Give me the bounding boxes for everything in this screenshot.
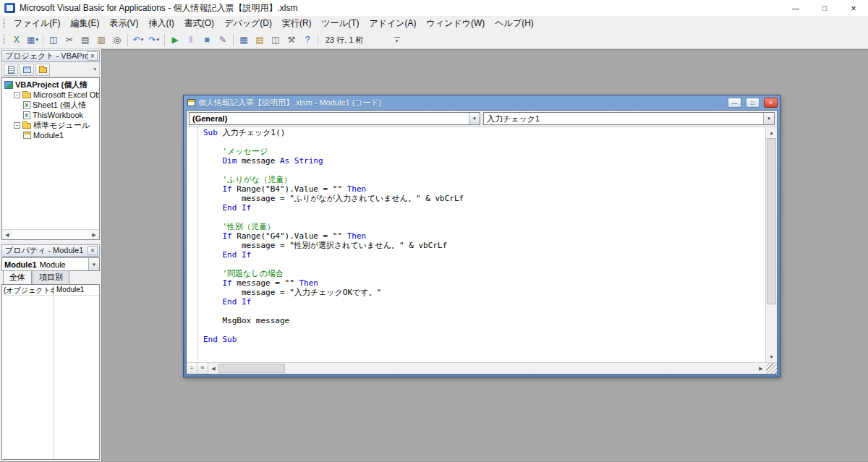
properties-window-button[interactable]: ▤ xyxy=(252,33,268,47)
object-dropdown-value: (General) xyxy=(190,114,469,123)
scroll-up-button[interactable]: ▲ xyxy=(766,127,777,138)
redo-button[interactable]: ↷▾ xyxy=(146,33,162,47)
menu-item[interactable]: デバッグ(D) xyxy=(219,16,277,31)
menu-item[interactable]: 表示(V) xyxy=(104,16,143,31)
object-browser-icon: ◫ xyxy=(271,35,279,44)
chevron-down-icon[interactable]: ▾ xyxy=(469,113,480,124)
view-code-icon xyxy=(8,66,14,74)
hscroll-thumb[interactable] xyxy=(218,364,285,373)
workbook-icon xyxy=(23,111,30,119)
cut-icon: ✂ xyxy=(66,35,73,44)
procedure-view-button[interactable]: = xyxy=(187,363,197,374)
break-button[interactable]: ‖ xyxy=(183,33,199,47)
cut-button[interactable]: ✂ xyxy=(61,33,77,47)
chevron-down-icon: ▾ xyxy=(93,67,98,72)
menubar-grip[interactable] xyxy=(3,19,5,29)
code-line: Dim message As String xyxy=(203,156,765,166)
menu-item[interactable]: ヘルプ(H) xyxy=(490,16,539,31)
run-button[interactable]: ▶ xyxy=(167,33,183,47)
chevron-down-icon[interactable]: ▾ xyxy=(763,113,774,124)
scroll-left-button[interactable]: ◀ xyxy=(2,230,12,239)
scroll-right-button[interactable]: ▶ xyxy=(756,363,766,374)
code-vscrollbar[interactable]: ▲ ▼ xyxy=(765,127,777,362)
code-window-titlebar[interactable]: 個人情報記入票【説明用】.xlsm - Module1 (コード) — □ × xyxy=(184,95,780,110)
scroll-down-button[interactable]: ▼ xyxy=(766,351,777,362)
menu-item[interactable]: アドイン(A) xyxy=(364,16,421,31)
resize-grip[interactable] xyxy=(766,363,777,374)
object-dropdown[interactable]: (General) ▾ xyxy=(189,112,480,125)
code-window-maximize-button[interactable]: □ xyxy=(746,98,760,108)
vba-app-icon xyxy=(4,3,15,13)
copy-button[interactable]: ▤ xyxy=(77,33,93,47)
paste-button[interactable]: ▥ xyxy=(93,33,109,47)
project-explorer-title: プロジェクト - VBAProject xyxy=(5,51,88,61)
menu-item[interactable]: ファイル(F) xyxy=(9,16,65,31)
toolbar-overflow-button[interactable]: ▾ xyxy=(394,37,400,43)
vscroll-track[interactable] xyxy=(766,138,777,351)
full-module-view-button[interactable]: ≡ xyxy=(197,363,208,374)
hscroll-track[interactable] xyxy=(218,363,756,374)
chevron-down-icon[interactable]: ▾ xyxy=(88,258,99,270)
code-window-minimize-button[interactable]: — xyxy=(728,98,741,108)
code-lines: Sub 入力チェック1() 'メッセージ Dim message As Stri… xyxy=(198,127,765,362)
tab-categorized[interactable]: 項目別 xyxy=(33,270,69,284)
object-browser-button[interactable]: ◫ xyxy=(268,33,284,47)
code-editor[interactable]: Sub 入力チェック1() 'メッセージ Dim message As Stri… xyxy=(187,127,765,362)
find-button[interactable]: ◎ xyxy=(109,33,125,47)
project-explorer-titlebar[interactable]: プロジェクト - VBAProject × xyxy=(1,50,100,62)
code-line xyxy=(203,213,765,222)
save-button[interactable]: ◫ xyxy=(46,33,61,47)
scroll-left-button[interactable]: ◀ xyxy=(208,363,218,374)
tree-item-excel-objects-folder[interactable]: -Microsoft Excel Ob xyxy=(2,90,99,100)
mdi-area: 個人情報記入票【説明用】.xlsm - Module1 (コード) — □ × … xyxy=(101,49,868,461)
tree-item-module1[interactable]: Module1 xyxy=(2,130,99,140)
vscroll-thumb[interactable] xyxy=(767,138,776,304)
toolbar-grip[interactable] xyxy=(3,35,5,45)
toolbar-separator xyxy=(233,34,234,46)
toolbox-button[interactable]: ⚒ xyxy=(284,33,299,47)
left-dock: プロジェクト - VBAProject × ▾ VBAProject (個人情-… xyxy=(0,49,101,461)
toggle-folders-button[interactable] xyxy=(35,64,50,76)
code-window-close-button[interactable]: × xyxy=(764,98,778,108)
procedure-dropdown[interactable]: 入力チェック1 ▾ xyxy=(483,112,775,125)
minimize-button[interactable]: — xyxy=(781,0,810,16)
menu-item[interactable]: 挿入(I) xyxy=(143,16,179,31)
tab-alphabetic[interactable]: 全体 xyxy=(3,270,32,284)
view-code-button[interactable] xyxy=(4,64,18,76)
project-explorer-close-button[interactable]: × xyxy=(88,51,98,61)
app-titlebar: Microsoft Visual Basic for Applications … xyxy=(0,0,868,16)
properties-close-button[interactable]: × xyxy=(88,246,98,255)
tree-item-thisworkbook[interactable]: ThisWorkbook xyxy=(2,110,99,120)
insert-userform-icon: ▦ xyxy=(27,35,35,44)
property-row[interactable]: (オブジェクト名)Module1 xyxy=(2,285,99,296)
collapse-icon[interactable]: - xyxy=(14,92,20,98)
properties-titlebar[interactable]: プロパティ - Module1 × xyxy=(1,244,100,257)
code-line: message = "入力チェックOKです。" xyxy=(203,288,765,297)
tree-item-vbaproject-root[interactable]: VBAProject (個人情 xyxy=(2,80,99,90)
tree-item-modules-folder[interactable]: -標準モジュール xyxy=(2,120,99,130)
scroll-right-button[interactable]: ▶ xyxy=(89,230,99,239)
reset-button[interactable]: ■ xyxy=(199,33,215,47)
collapse-icon[interactable]: - xyxy=(14,122,20,129)
hscroll-track[interactable] xyxy=(12,230,89,239)
design-mode-button[interactable]: ✎ xyxy=(215,33,231,47)
view-excel-button[interactable]: X xyxy=(9,33,25,47)
menu-item[interactable]: ツール(T) xyxy=(317,16,365,31)
insert-userform-button[interactable]: ▦▾ xyxy=(25,33,41,47)
view-object-button[interactable] xyxy=(20,64,34,76)
close-button[interactable]: × xyxy=(839,0,868,16)
code-window-bottombar: = ≡ ◀ ▶ xyxy=(187,362,777,374)
properties-object-dropdown[interactable]: Module1 Module ▾ xyxy=(1,257,100,271)
menu-item[interactable]: ウィンドウ(W) xyxy=(422,16,490,31)
menu-item[interactable]: 書式(O) xyxy=(179,16,219,31)
project-explorer-button[interactable]: ▦ xyxy=(236,33,252,47)
tree-item-sheet1[interactable]: Sheet1 (個人情 xyxy=(2,100,99,110)
menu-item[interactable]: 実行(R) xyxy=(277,16,317,31)
maximize-button[interactable]: □ xyxy=(810,0,839,16)
help-button[interactable]: ? xyxy=(299,33,315,47)
project-tree-hscrollbar[interactable]: ◀ ▶ xyxy=(2,229,99,239)
undo-button[interactable]: ↶▾ xyxy=(130,33,146,47)
code-line xyxy=(203,137,765,147)
code-line: If Range("B4").Value = "" Then xyxy=(203,184,765,194)
menu-item[interactable]: 編集(E) xyxy=(65,16,104,31)
